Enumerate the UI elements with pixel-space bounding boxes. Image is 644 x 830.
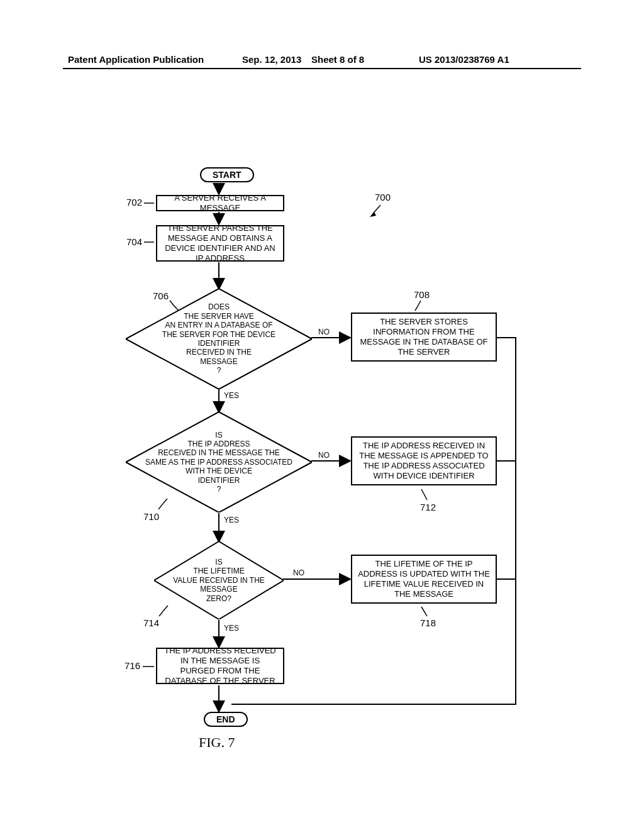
decision-706: DOES THE SERVER HAVE AN ENTRY IN A DATAB… <box>126 289 312 389</box>
start-terminator: START <box>200 167 254 182</box>
figure-label: FIG. 7 <box>199 734 235 751</box>
ref-706: 706 <box>153 290 169 301</box>
end-terminator: END <box>204 712 248 727</box>
ref-712: 712 <box>420 502 436 512</box>
flow-arrows <box>0 0 644 830</box>
step-702: A SERVER RECEIVES A MESSAGE <box>156 195 284 211</box>
edge-714-no: NO <box>293 568 304 577</box>
ref-718: 718 <box>420 617 436 628</box>
ref-700: 700 <box>375 192 391 202</box>
ref-704: 704 <box>126 236 142 247</box>
ref-714: 714 <box>143 617 159 628</box>
ref-702: 702 <box>126 197 142 208</box>
edge-706-no: NO <box>318 328 330 336</box>
edge-710-no: NO <box>318 451 330 460</box>
decision-710-text: IS THE IP ADDRESS RECEIVED IN THE MESSAG… <box>126 412 312 512</box>
step-712: THE IP ADDRESS RECEIVED IN THE MESSAGE I… <box>351 436 497 485</box>
flowchart-canvas: START A SERVER RECEIVES A MESSAGE THE SE… <box>0 0 644 830</box>
edge-714-yes: YES <box>224 624 239 633</box>
edge-706-yes: YES <box>224 391 239 400</box>
step-704: THE SERVER PARSES THE MESSAGE AND OBTAIN… <box>156 225 284 262</box>
ref-708: 708 <box>414 289 430 300</box>
decision-710: IS THE IP ADDRESS RECEIVED IN THE MESSAG… <box>126 412 312 512</box>
decision-714-text: IS THE LIFETIME VALUE RECEIVED IN THE ME… <box>154 541 284 619</box>
edge-710-yes: YES <box>224 516 239 524</box>
step-716: THE IP ADDRESS RECEIVED IN THE MESSAGE I… <box>156 648 284 684</box>
step-708: THE SERVER STORES INFORMATION FROM THE M… <box>351 313 497 362</box>
step-718: THE LIFETIME OF THE IP ADDRESS IS UPDATE… <box>351 555 497 604</box>
ref-716: 716 <box>125 660 140 671</box>
ref-710: 710 <box>143 511 159 522</box>
decision-706-text: DOES THE SERVER HAVE AN ENTRY IN A DATAB… <box>126 289 312 389</box>
decision-714: IS THE LIFETIME VALUE RECEIVED IN THE ME… <box>154 541 284 619</box>
svg-line-10 <box>372 205 380 214</box>
